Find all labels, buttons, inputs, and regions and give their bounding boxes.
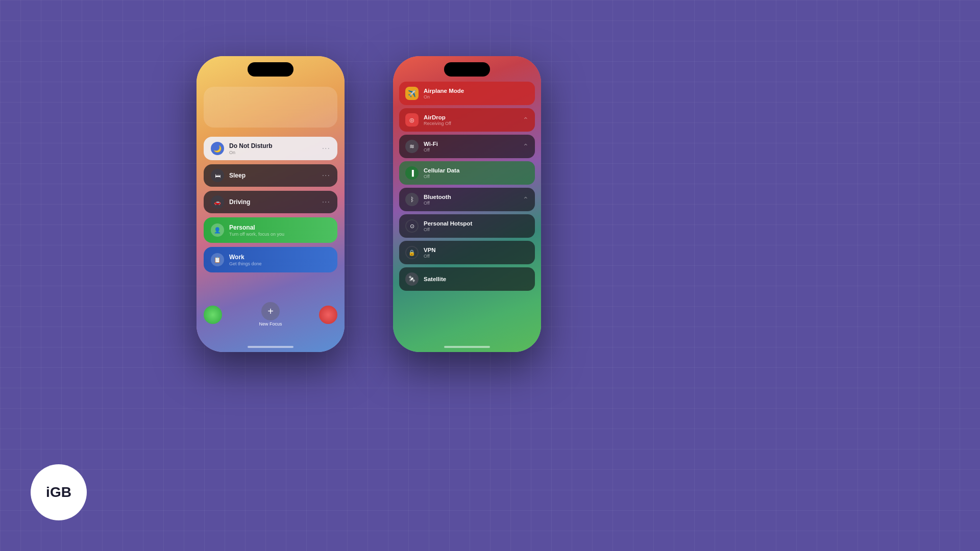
hotspot-text: Personal Hotspot Off [424, 220, 529, 232]
focus-item-personal[interactable]: 👤 Personal Turn off work, focus on you [204, 217, 337, 243]
satellite-icon: 🛰 [405, 272, 419, 286]
igb-logo: iGB [31, 464, 87, 520]
settings-item-bluetooth[interactable]: ᛒ Bluetooth Off ⌃ [399, 188, 535, 211]
personal-sub: Turn off work, focus on you [229, 232, 330, 237]
focus-item-driving[interactable]: 🚗 Driving ··· [204, 191, 337, 213]
work-title: Work [229, 254, 330, 261]
driving-icon: 🚗 [211, 195, 224, 209]
airdrop-icon: ◎ [405, 113, 419, 127]
airdrop-sub: Receiving Off [424, 121, 521, 126]
focus-header [204, 87, 337, 128]
dynamic-island-left [248, 62, 293, 77]
dnd-icon: 🌙 [211, 142, 224, 155]
airdrop-text: AirDrop Receiving Off [424, 114, 521, 126]
sleep-text: Sleep [229, 172, 322, 179]
focus-content: 🌙 Do Not Disturb On ··· 🛏 Sleep ··· 🚗 [204, 87, 337, 332]
cellular-icon: ▐ [405, 166, 419, 180]
phone-right: ✈️ Airplane Mode On ◎ AirDrop Receiving … [393, 56, 541, 352]
home-indicator-left [248, 346, 293, 348]
hotspot-title: Personal Hotspot [424, 220, 529, 227]
cellular-title: Cellular Data [424, 167, 529, 173]
settings-screen: ✈️ Airplane Mode On ◎ AirDrop Receiving … [393, 56, 541, 352]
red-dot [319, 306, 337, 324]
work-sub: Get things done [229, 261, 330, 266]
settings-item-hotspot[interactable]: ⊙ Personal Hotspot Off [399, 214, 535, 238]
bluetooth-text: Bluetooth Off [424, 194, 521, 206]
personal-icon: 👤 [211, 223, 224, 237]
bluetooth-chevron-icon: ⌃ [523, 195, 529, 204]
dnd-title: Do Not Disturb [229, 142, 322, 149]
cellular-text: Cellular Data Off [424, 167, 529, 179]
airplane-text: Airplane Mode On [424, 88, 529, 99]
vpn-icon: 🔒 [405, 246, 419, 259]
vpn-title: VPN [424, 247, 529, 253]
dnd-text: Do Not Disturb On [229, 142, 322, 155]
home-indicator-right [444, 346, 490, 348]
vpn-sub: Off [424, 254, 529, 259]
cellular-sub: Off [424, 174, 529, 179]
focus-item-work[interactable]: 📋 Work Get things done [204, 247, 337, 272]
new-focus-button[interactable]: + New Focus [258, 302, 283, 328]
phone-left: 🌙 Do Not Disturb On ··· 🛏 Sleep ··· 🚗 [197, 56, 345, 352]
bluetooth-icon: ᛒ [405, 193, 419, 206]
driving-dots: ··· [322, 197, 330, 207]
settings-item-airdrop[interactable]: ◎ AirDrop Receiving Off ⌃ [399, 108, 535, 132]
settings-content: ✈️ Airplane Mode On ◎ AirDrop Receiving … [399, 82, 535, 291]
airdrop-chevron-icon: ⌃ [523, 116, 529, 124]
focus-item-sleep[interactable]: 🛏 Sleep ··· [204, 164, 337, 187]
personal-title: Personal [229, 224, 330, 231]
sleep-icon: 🛏 [211, 169, 224, 182]
hotspot-sub: Off [424, 227, 529, 232]
focus-screen: 🌙 Do Not Disturb On ··· 🛏 Sleep ··· 🚗 [197, 56, 345, 352]
satellite-title: Satellite [424, 276, 529, 282]
dnd-sub: On [229, 150, 322, 155]
bluetooth-title: Bluetooth [424, 194, 521, 200]
wifi-icon: ≋ [405, 140, 419, 153]
airplane-sub: On [424, 94, 529, 99]
sleep-dots: ··· [322, 171, 330, 180]
plus-circle-icon: + [261, 302, 280, 320]
wifi-text: Wi-Fi Off [424, 141, 521, 153]
wifi-sub: Off [424, 147, 521, 153]
dynamic-island-right [444, 62, 490, 77]
driving-title: Driving [229, 198, 322, 206]
sleep-title: Sleep [229, 172, 322, 179]
satellite-text: Satellite [424, 276, 529, 282]
bluetooth-sub: Off [424, 201, 521, 206]
dnd-dots: ··· [322, 144, 330, 153]
settings-item-vpn[interactable]: 🔒 VPN Off [399, 241, 535, 264]
airdrop-title: AirDrop [424, 114, 521, 120]
focus-bottom: + New Focus [204, 302, 337, 328]
wifi-title: Wi-Fi [424, 141, 521, 147]
vpn-text: VPN Off [424, 247, 529, 259]
settings-item-wifi[interactable]: ≋ Wi-Fi Off ⌃ [399, 135, 535, 158]
airplane-title: Airplane Mode [424, 88, 529, 94]
wifi-chevron-icon: ⌃ [523, 142, 529, 151]
airplane-icon: ✈️ [405, 87, 419, 100]
focus-item-dnd[interactable]: 🌙 Do Not Disturb On ··· [204, 137, 337, 160]
settings-item-satellite[interactable]: 🛰 Satellite [399, 267, 535, 291]
work-icon: 📋 [211, 253, 224, 266]
green-dot [204, 306, 222, 324]
personal-text: Personal Turn off work, focus on you [229, 224, 330, 237]
hotspot-icon: ⊙ [405, 219, 419, 233]
settings-item-cellular[interactable]: ▐ Cellular Data Off [399, 161, 535, 185]
new-focus-label: New Focus [259, 321, 282, 327]
settings-item-airplane[interactable]: ✈️ Airplane Mode On [399, 82, 535, 105]
work-text: Work Get things done [229, 254, 330, 266]
driving-text: Driving [229, 198, 322, 206]
